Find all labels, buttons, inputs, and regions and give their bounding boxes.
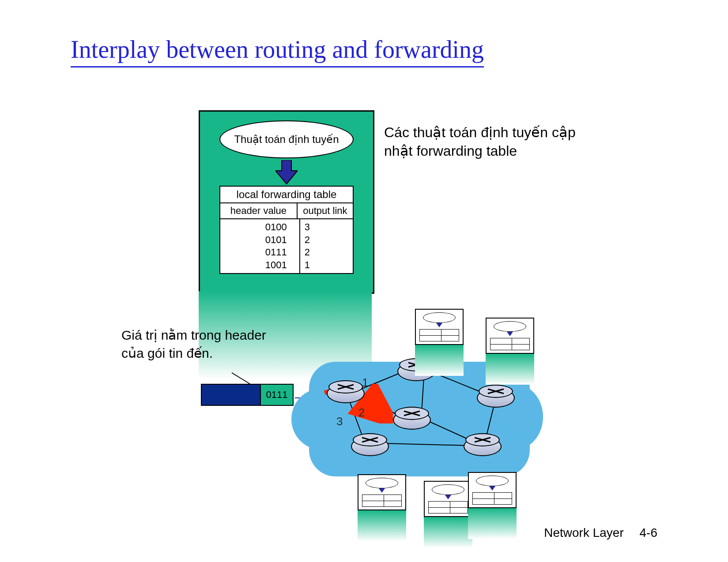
packet-header-label: Giá trị nằm trong header của gói tin đến…: [121, 326, 266, 362]
slide-title: Interplay between routing and forwarding: [71, 35, 484, 67]
incoming-packet: 0111: [201, 384, 294, 406]
port-number: 3: [336, 415, 343, 428]
caption-text: Các thuật toán định tuyến cập nhật forwa…: [384, 124, 576, 160]
table-cell: 0100: [265, 221, 287, 232]
mini-router-box: [486, 318, 534, 385]
router-node: [464, 437, 502, 456]
router-node: [477, 388, 515, 408]
caption-line: nhật forwarding table: [384, 143, 517, 159]
packet-header: 0111: [260, 384, 294, 406]
arrow-down-icon: [275, 160, 298, 185]
table-cell: 0111: [265, 247, 287, 258]
port-number: 2: [358, 406, 365, 420]
mini-router-box: [358, 474, 406, 541]
table-cell: 1001: [265, 259, 287, 270]
svg-marker-0: [275, 160, 298, 184]
router-crossover-icon: [361, 437, 379, 443]
packet-payload: [201, 384, 261, 406]
router-node: [327, 384, 365, 403]
col-output-link: output link: [298, 203, 353, 218]
slide-footer: Network Layer 4-6: [544, 526, 657, 540]
router-detail-box: Thuật toán định tuyến local forwarding t…: [199, 110, 374, 294]
mini-router-box: [415, 309, 464, 376]
router-crossover-icon: [474, 437, 491, 443]
table-cell: 1: [305, 259, 310, 270]
col-header-value: header value: [220, 203, 298, 218]
table-cell: 2: [305, 234, 310, 245]
router-crossover-icon: [403, 410, 421, 416]
forwarding-table-title: local forwarding table: [220, 187, 353, 202]
router-crossover-icon: [487, 388, 505, 394]
table-link-values: 3 2 2 1: [300, 219, 353, 273]
routing-algorithm-label: Thuật toán định tuyến: [234, 133, 339, 146]
router-crossover-icon: [337, 384, 355, 390]
packet-label-line: Giá trị nằm trong header: [121, 328, 266, 342]
footer-page: 4-6: [640, 526, 657, 540]
slide: Interplay between routing and forwarding…: [0, 0, 728, 562]
mini-router-box: [424, 481, 472, 548]
table-cell: 3: [305, 221, 310, 232]
router-node: [351, 437, 389, 456]
mini-router-box: [468, 472, 517, 539]
packet-label-line: của gói tin đến.: [121, 346, 213, 360]
table-cell: 0101: [265, 234, 287, 245]
table-cell: 2: [305, 247, 310, 258]
table-header-values: 0100 0101 0111 1001: [220, 219, 300, 273]
forwarding-table: local forwarding table header value outp…: [219, 186, 354, 274]
router-node: [393, 410, 431, 430]
caption-line: Các thuật toán định tuyến cập: [384, 124, 576, 140]
port-number: 1: [362, 376, 368, 390]
routing-algorithm-oval: Thuật toán định tuyến: [219, 120, 354, 158]
footer-text: Network Layer: [544, 526, 624, 540]
